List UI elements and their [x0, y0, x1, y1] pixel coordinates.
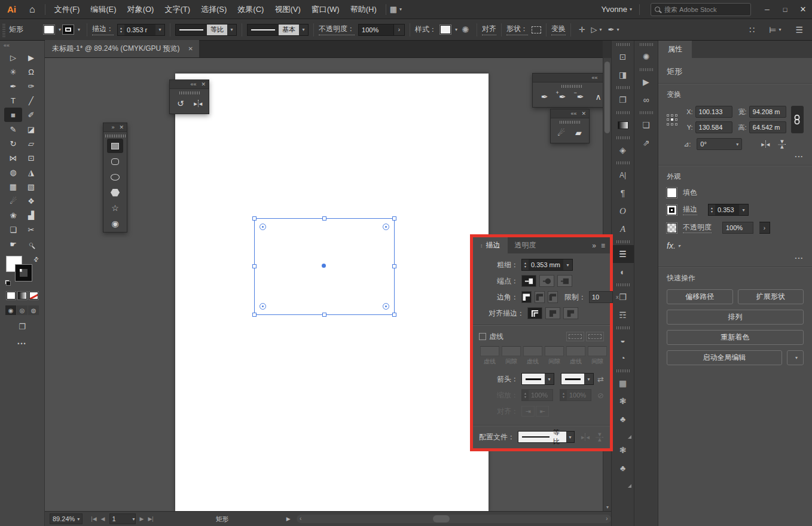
menu-help[interactable]: 帮助(H) [345, 0, 382, 19]
artboard-number-dropdown[interactable] [109, 513, 136, 524]
direct-selection-tool[interactable]: ▶ [22, 50, 40, 65]
flip-vertical-icon[interactable] [779, 140, 786, 148]
rotate-tool[interactable]: ↻ [4, 136, 22, 151]
brush-caret-icon[interactable] [299, 25, 308, 35]
recolor-artwork-icon[interactable]: ✺ [459, 25, 472, 35]
swatches-panel-icon[interactable]: ▦ [612, 374, 634, 392]
panel-header[interactable]: «« ✕ [551, 109, 589, 118]
menu-view[interactable]: 视图(V) [269, 0, 306, 19]
shape-label[interactable]: 形状： [506, 24, 528, 35]
eyedropper-tool[interactable]: ☄ [4, 194, 22, 208]
image-trace-panel-icon[interactable]: ☶ [612, 306, 634, 324]
next-artboard-icon[interactable]: ▶ [140, 516, 144, 522]
x-input[interactable] [695, 106, 732, 118]
appearance-options-icon[interactable]: ✒ [605, 25, 622, 34]
stroke-color-swatch[interactable] [63, 25, 74, 34]
color-guide-panel-icon[interactable]: ◔ [612, 349, 634, 367]
rotate-tools-panel[interactable]: «« ✕ ↺ [169, 79, 209, 114]
pen-tool-icon[interactable]: ✒ [538, 90, 552, 103]
menu-file[interactable]: 文件(F) [49, 0, 86, 19]
star-shape-tool[interactable]: ☆ [107, 201, 123, 215]
polygon-shape-tool[interactable] [107, 185, 123, 200]
perspective-grid-tool[interactable]: ◮ [22, 165, 40, 179]
stroke-weight-input[interactable] [124, 25, 155, 35]
screen-mode-button[interactable]: ❐ [0, 322, 44, 331]
constrain-proportions-link-icon[interactable] [791, 106, 804, 133]
corner-radius-widget[interactable] [383, 224, 389, 230]
rectangle-tool[interactable]: ■ [4, 108, 22, 122]
rotate-tool-icon[interactable]: ↺ [173, 97, 188, 110]
user-account-menu[interactable]: Yvonne [598, 5, 636, 14]
dock-grip[interactable] [612, 159, 634, 166]
panel-header[interactable]: «« ✕ [533, 74, 603, 82]
miter-limit-input[interactable] [589, 291, 613, 303]
tab-properties[interactable]: 属性 [658, 41, 692, 58]
profile-caret-icon[interactable] [566, 432, 574, 442]
dock-grip[interactable] [612, 367, 634, 374]
measure-tool-icon[interactable]: ▰ [572, 126, 585, 139]
artboard-tool[interactable]: ❏ [4, 222, 22, 237]
dock-drawer-corner[interactable] [612, 477, 634, 490]
anchor-point-tool-icon[interactable]: ∧ [591, 90, 603, 103]
dash-gap-input[interactable] [523, 346, 542, 356]
shape-properties-icon[interactable] [532, 26, 541, 33]
corner-radius-widget[interactable] [260, 224, 266, 230]
control-bar-grip[interactable] [2, 23, 5, 37]
fill-dropdown-caret-icon[interactable] [54, 27, 63, 32]
status-proxy-icon[interactable]: ▶ [286, 516, 291, 522]
arrowhead-start-caret-icon[interactable] [545, 374, 554, 384]
blend-tool[interactable]: ❖ [22, 194, 40, 208]
global-edit-options-caret-icon[interactable] [787, 350, 804, 365]
paragraph-panel-icon[interactable]: ¶ [612, 184, 634, 202]
width-input[interactable] [749, 106, 786, 118]
reflect-tool-icon[interactable] [191, 97, 206, 110]
shape-builder-tool[interactable]: ◍ [4, 165, 22, 179]
dash-gap-input[interactable] [545, 346, 564, 356]
default-fill-stroke-icon[interactable] [5, 280, 11, 286]
stroke-weight-stepper[interactable] [117, 24, 165, 36]
menu-effect[interactable]: 效果(C) [232, 0, 269, 19]
selection-handle-sw[interactable] [252, 313, 257, 317]
brushes-panel-icon[interactable]: ❃ [612, 392, 634, 410]
flip-horizontal-icon[interactable] [761, 140, 770, 148]
zoom-level-dropdown[interactable]: 89.24% [50, 513, 83, 524]
dash-gap-input[interactable] [502, 346, 521, 356]
more-options-icon[interactable]: ••• [667, 154, 804, 159]
dash-gap-input[interactable] [588, 346, 607, 356]
panel-list-icon[interactable]: ☰ [792, 25, 806, 35]
selection-handle-nw[interactable] [252, 216, 257, 221]
close-panel-icon[interactable]: ✕ [602, 75, 603, 81]
character-panel-icon[interactable]: A| [612, 166, 634, 184]
edit-toolbar-button[interactable]: ••• [0, 341, 44, 347]
recolor-button[interactable]: 重新着色 [667, 330, 804, 345]
close-panel-icon[interactable]: ✕ [201, 81, 206, 87]
style-caret-icon[interactable] [451, 27, 459, 32]
ellipse-shape-tool[interactable] [107, 170, 123, 184]
dock-grip[interactable] [612, 238, 634, 245]
menu-window[interactable]: 窗口(W) [306, 0, 345, 19]
dash-gap-input[interactable] [480, 346, 499, 356]
stepper-arrows-icon[interactable] [118, 25, 124, 35]
panel-grip[interactable] [105, 134, 126, 137]
delete-anchor-point-tool-icon[interactable]: ✒− [573, 90, 588, 103]
pen-tool[interactable]: ✒ [4, 79, 22, 93]
stock-search-box[interactable] [651, 3, 751, 16]
opacity-link[interactable]: 不透明度 [683, 222, 712, 233]
round-join-button[interactable] [535, 291, 545, 303]
transform-link[interactable]: 变换 [551, 24, 566, 35]
align-dashes-button[interactable] [586, 332, 604, 341]
collapse-chevrons-icon[interactable]: «« [570, 111, 576, 117]
round-cap-button[interactable] [539, 275, 554, 287]
color-panel-icon[interactable]: ◒ [612, 331, 634, 349]
panel-header[interactable]: » ✕ [103, 123, 127, 132]
stroke-weight-label[interactable]: 描边： [92, 24, 114, 35]
collapse-chevrons-icon[interactable]: » [592, 241, 596, 250]
align-stroke-center-button[interactable] [527, 307, 542, 319]
symbol-sprayer-tool[interactable]: ❀ [4, 208, 22, 222]
dock-grip[interactable] [612, 84, 634, 91]
magic-wand-tool[interactable]: ✳ [4, 65, 22, 79]
panel-grip[interactable] [179, 91, 200, 94]
close-panel-icon[interactable]: ✕ [581, 111, 586, 117]
stroke-panel-icon[interactable]: ☰ [612, 245, 634, 263]
free-transform-tool[interactable]: ⊡ [22, 151, 40, 165]
